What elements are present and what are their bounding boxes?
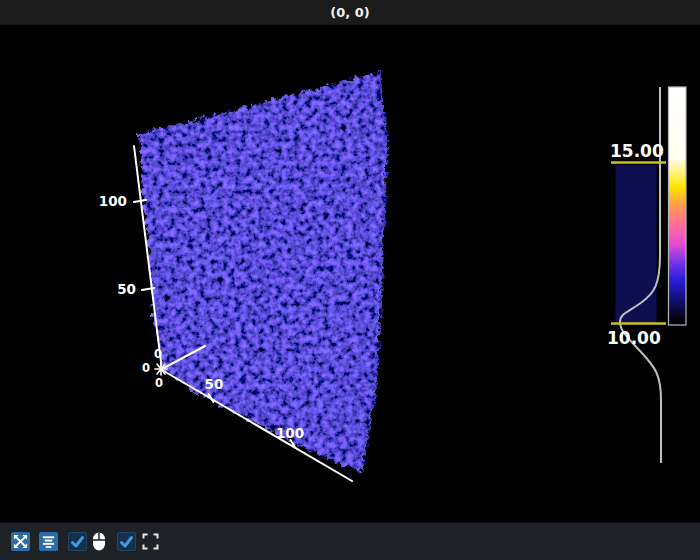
origin-label-z: 0 <box>154 347 162 361</box>
center-view-button[interactable] <box>39 532 58 551</box>
y-tick-label-50: 50 <box>117 281 136 297</box>
origin-label-x: 0 <box>155 376 163 390</box>
toggle-checkbox-2[interactable] <box>117 532 136 551</box>
upper-threshold-label: 15.00 <box>610 141 664 161</box>
lower-threshold-label: 10.00 <box>607 328 661 348</box>
bottom-toolbar <box>0 522 700 560</box>
align-center-icon <box>41 534 56 549</box>
y-tick-label-100: 100 <box>99 193 127 209</box>
fullscreen-icon <box>142 533 159 550</box>
histogram-box[interactable] <box>616 165 657 324</box>
mouse-icon <box>92 532 106 551</box>
scene-svg[interactable]: 100 50 0 0 0 50 100 15.00 10.00 <box>0 25 700 522</box>
pan-button[interactable] <box>11 532 30 551</box>
checkbox-checked-icon <box>69 533 86 550</box>
move-arrows-icon <box>13 534 28 549</box>
app-window: (0, 0) <box>0 0 700 560</box>
checkbox-checked-icon <box>118 533 135 550</box>
mouse-mode-indicator[interactable] <box>89 532 108 551</box>
transfer-function-widget: 15.00 10.00 <box>607 87 686 463</box>
x-tick-label-50: 50 <box>205 376 224 392</box>
window-title: (0, 0) <box>330 5 369 20</box>
origin-label-y: 0 <box>142 361 150 375</box>
origin-marker <box>155 363 167 375</box>
toggle-checkbox-1[interactable] <box>68 532 87 551</box>
fullscreen-button[interactable] <box>141 532 160 551</box>
volume-render[interactable] <box>140 72 388 473</box>
render-canvas[interactable]: 100 50 0 0 0 50 100 15.00 10.00 <box>0 25 700 522</box>
x-tick-label-100: 100 <box>276 425 304 441</box>
title-bar: (0, 0) <box>0 0 700 25</box>
colorbar <box>669 87 687 325</box>
